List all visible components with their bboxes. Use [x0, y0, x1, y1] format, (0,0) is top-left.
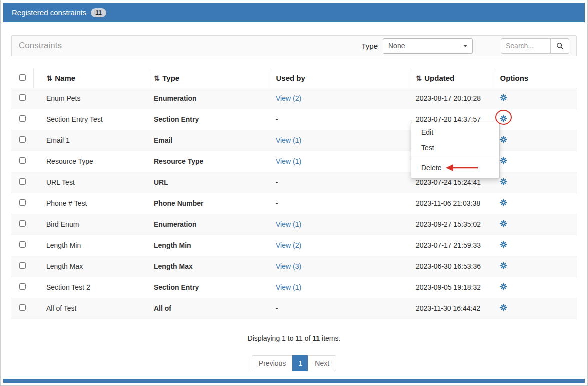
gear-icon[interactable] [500, 304, 507, 312]
toolbar-controls: Type None [361, 38, 569, 54]
gear-icon[interactable] [500, 136, 507, 144]
row-checkbox[interactable] [19, 304, 26, 311]
row-options [496, 110, 577, 130]
row-name: Section Entry Test [33, 110, 150, 130]
row-used-by: View (1) [272, 152, 412, 172]
row-select-cell [11, 172, 33, 194]
used-by-link[interactable]: View (2) [276, 94, 301, 102]
row-checkbox[interactable] [19, 116, 26, 122]
row-type: Length Max [150, 256, 272, 278]
content: Constraints Type None [3, 22, 585, 372]
row-name: All of Test [33, 298, 150, 320]
search-input[interactable] [501, 38, 551, 54]
gear-icon[interactable] [500, 115, 507, 122]
used-by-link[interactable]: View (1) [276, 136, 301, 144]
gear-icon[interactable] [500, 241, 507, 248]
gear-icon[interactable] [500, 199, 507, 206]
row-type: Enumeration [150, 88, 272, 110]
used-by-link[interactable]: View (2) [276, 242, 301, 250]
type-label: Type [361, 42, 378, 50]
row-type: Phone Number [150, 194, 272, 214]
row-checkbox[interactable] [19, 220, 26, 227]
row-name: URL Test [33, 172, 150, 194]
pagination-page-1[interactable]: 1 [292, 356, 308, 372]
row-select-cell [11, 88, 33, 110]
panel-header: Constraints Type None [11, 36, 577, 56]
column-header-updated[interactable]: ⇅Updated [412, 68, 496, 88]
row-used-by: - [272, 172, 412, 194]
menu-item-edit[interactable]: Edit [411, 125, 499, 140]
table-row: Phone # TestPhone Number-2023-11-06 21:0… [11, 194, 577, 214]
gear-icon[interactable] [500, 220, 507, 228]
pagination-previous[interactable]: Previous [252, 356, 293, 372]
used-by-empty: - [276, 178, 278, 186]
row-checkbox[interactable] [19, 158, 26, 164]
row-used-by: View (2) [272, 88, 412, 110]
row-checkbox[interactable] [19, 284, 26, 290]
row-options [496, 278, 577, 298]
column-header-used-by: Used by [272, 68, 412, 88]
used-by-link[interactable]: View (1) [276, 284, 301, 292]
row-type: All of [150, 298, 272, 320]
menu-item-test[interactable]: Test [411, 140, 499, 156]
row-options [496, 214, 577, 236]
used-by-link[interactable]: View (3) [276, 262, 301, 270]
row-checkbox[interactable] [19, 178, 26, 185]
row-used-by: - [272, 298, 412, 320]
row-checkbox[interactable] [19, 242, 26, 248]
row-checkbox[interactable] [19, 94, 26, 101]
column-header-options: Options [496, 68, 577, 88]
gear-icon[interactable] [500, 262, 507, 270]
sort-icon: ⇅ [47, 74, 53, 82]
row-name: Length Max [33, 256, 150, 278]
menu-item-delete[interactable]: Delete [411, 160, 499, 176]
table-row: Bird EnumEnumerationView (1)2023-09-27 1… [11, 214, 577, 236]
row-used-by: - [272, 194, 412, 214]
row-name: Section Test 2 [33, 278, 150, 298]
row-updated: 2023-09-05 19:18:32 [412, 278, 496, 298]
used-by-link[interactable]: View (1) [276, 220, 301, 228]
context-menu: Edit Test Delete [411, 122, 500, 179]
type-select[interactable]: None [383, 38, 473, 54]
used-by-empty: - [276, 200, 278, 208]
row-select-cell [11, 298, 33, 320]
row-options [496, 152, 577, 172]
row-checkbox[interactable] [19, 200, 26, 206]
table-row: Length MinLength MinView (2)2023-07-17 2… [11, 236, 577, 256]
row-name: Length Min [33, 236, 150, 256]
row-select-cell [11, 214, 33, 236]
header-select-cell [11, 68, 33, 88]
sort-icon: ⇅ [416, 74, 422, 82]
row-select-cell [11, 278, 33, 298]
column-header-type[interactable]: ⇅Type [150, 68, 272, 88]
search-button[interactable] [551, 38, 569, 54]
row-options [496, 172, 577, 194]
row-updated: 2023-06-30 16:53:36 [412, 256, 496, 278]
sort-icon: ⇅ [154, 74, 160, 82]
row-type: Section Entry [150, 278, 272, 298]
gear-icon[interactable] [500, 283, 507, 290]
gear-icon[interactable] [500, 94, 507, 102]
row-name: Resource Type [33, 152, 150, 172]
pagination: Previous 1 Next [11, 356, 577, 372]
used-by-empty: - [276, 116, 278, 124]
row-checkbox[interactable] [19, 262, 26, 269]
panel-title: Constraints [19, 41, 62, 51]
gear-icon[interactable] [500, 178, 507, 186]
used-by-link[interactable]: View (1) [276, 158, 301, 166]
row-type: Length Min [150, 236, 272, 256]
select-all-checkbox[interactable] [19, 74, 26, 81]
row-updated: 2023-08-17 20:10:28 [412, 88, 496, 110]
pagination-next[interactable]: Next [308, 356, 336, 372]
gear-icon[interactable] [500, 157, 507, 164]
row-select-cell [11, 130, 33, 152]
row-used-by: View (2) [272, 236, 412, 256]
row-used-by: View (1) [272, 214, 412, 236]
page-header: Registered constraints 11 [3, 3, 585, 22]
column-header-name[interactable]: ⇅Name [33, 68, 150, 88]
table-row: All of TestAll of-2023-11-30 16:44:42 [11, 298, 577, 320]
row-used-by: View (1) [272, 130, 412, 152]
row-updated: 2023-11-06 21:03:38 [412, 194, 496, 214]
table-header-row: ⇅Name ⇅Type Used by ⇅Updated Options [11, 68, 577, 88]
row-checkbox[interactable] [19, 136, 26, 143]
